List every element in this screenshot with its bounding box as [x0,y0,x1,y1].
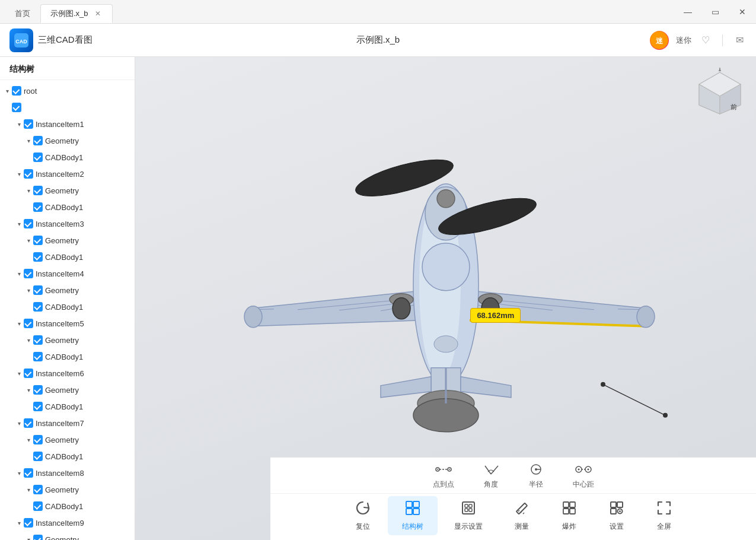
radius-tool[interactable]: 半径 [516,461,556,492]
ii8-checkbox[interactable] [24,468,33,478]
root-checkbox[interactable] [12,86,21,96]
geo7-checkbox[interactable] [33,435,43,444]
geo9-label: Geometry [45,535,79,541]
tree-item-body2[interactable]: CADBody1 [0,199,135,215]
ii2-checkbox[interactable] [24,169,33,179]
tree-item-body7[interactable]: CADBody1 [0,448,135,465]
tree-item-ii2[interactable]: ▾ InstanceItem2 [0,166,135,182]
ii7-checkbox[interactable] [24,418,33,428]
body6-label: CADBody1 [45,402,83,411]
body8-label: CADBody1 [45,502,83,511]
body3-checkbox[interactable] [33,252,43,262]
tree-item-geo8[interactable]: ▾ Geometry [0,481,135,498]
geo8-checkbox[interactable] [33,485,43,494]
main-layout: 结构树 ▾ root ▾ InstanceItem1 [0,57,756,540]
geo5-checkbox[interactable] [33,335,43,345]
navigation-cube[interactable]: 前 ▲ [693,66,747,120]
body5-checkbox[interactable] [33,352,43,361]
maximize-button[interactable]: ▭ [701,0,729,24]
angle-label: 角度 [484,479,498,490]
tree-item-geo7[interactable]: ▾ Geometry [0,431,135,448]
tree-item-body8[interactable]: CADBody1 [0,498,135,514]
angle-icon [483,463,499,478]
home-tab-label: 首页 [15,8,30,19]
tab-close-button[interactable]: ✕ [93,9,103,18]
explode-button[interactable]: 爆炸 [547,496,592,535]
body5-label: CADBody1 [45,352,83,361]
structure-tree-button[interactable]: 结构树 [388,496,438,535]
tree-item-ii3[interactable]: ▾ InstanceItem3 [0,215,135,232]
tree-item-level1[interactable] [0,99,135,116]
geo9-chevron: ▾ [24,535,33,540]
tree-item-geo9[interactable]: ▾ Geometry [0,531,135,540]
svg-point-44 [449,469,450,470]
tree-item-geo3[interactable]: ▾ Geometry [0,232,135,249]
tree-item-geo6[interactable]: ▾ Geometry [0,382,135,398]
tree-item-geo5[interactable]: ▾ Geometry [0,332,135,348]
angle-tool[interactable]: 角度 [471,461,511,492]
point-to-point-icon [435,463,452,478]
geo4-checkbox[interactable] [33,285,43,295]
3d-viewport[interactable]: 68.162mm 前 ▲ [135,57,756,540]
tree-item-geo1[interactable]: ▾ Geometry [0,132,135,149]
svg-text:迷: 迷 [656,37,664,45]
ii3-checkbox[interactable] [24,219,33,228]
header-title: 示例图.x_b [128,34,628,46]
tree-item-body5[interactable]: CADBody1 [0,348,135,365]
tree-item-body6[interactable]: CADBody1 [0,398,135,415]
ii1-checkbox[interactable] [24,119,33,129]
tree-item-ii9[interactable]: ▾ InstanceItem9 [0,514,135,531]
tree-item-ii7[interactable]: ▾ InstanceItem7 [0,415,135,431]
minimize-button[interactable]: — [674,0,701,24]
geo3-checkbox[interactable] [33,236,43,245]
tab-home[interactable]: 首页 [5,4,40,23]
heart-icon[interactable]: ♡ [698,33,713,47]
tree-item-root[interactable]: ▾ root [0,82,135,99]
reset-button[interactable]: 复位 [340,496,385,535]
tree-item-geo4[interactable]: ▾ Geometry [0,282,135,298]
close-button[interactable]: ✕ [729,0,756,24]
body2-checkbox[interactable] [33,202,43,212]
point-to-point-tool[interactable]: 点到点 [421,461,466,492]
geo2-checkbox[interactable] [33,186,43,195]
geo9-checkbox[interactable] [33,535,43,540]
root-chevron: ▾ [2,86,12,96]
geo1-checkbox[interactable] [33,136,43,145]
fullscreen-button[interactable]: 全屏 [642,496,687,535]
tree-item-ii4[interactable]: ▾ InstanceItem4 [0,265,135,282]
tree-item-body3[interactable]: CADBody1 [0,249,135,265]
body1-label: CADBody1 [45,153,83,162]
svg-text:▲: ▲ [717,67,722,72]
ii1-chevron: ▾ [14,119,24,129]
tree-item-ii5[interactable]: ▾ InstanceItem5 [0,315,135,332]
tab-file[interactable]: 示例图.x_b ✕ [40,4,113,23]
body4-checkbox[interactable] [33,302,43,312]
tree-item-body1[interactable]: CADBody1 [0,149,135,166]
ii2-chevron: ▾ [14,169,24,179]
ii5-label: InstanceItem5 [36,319,84,328]
mail-icon[interactable]: ✉ [732,33,747,47]
svg-point-41 [437,469,438,470]
body1-checkbox[interactable] [33,153,43,162]
ii4-checkbox[interactable] [24,269,33,278]
tree-item-ii1[interactable]: ▾ InstanceItem1 [0,116,135,132]
tree-item-body4[interactable]: CADBody1 [0,298,135,315]
svg-point-31 [434,336,458,352]
measure-button[interactable]: 测量 [499,496,544,535]
tree-item-geo2[interactable]: ▾ Geometry [0,182,135,199]
ii5-checkbox[interactable] [24,319,33,328]
body8-checkbox[interactable] [33,501,43,511]
ii9-checkbox[interactable] [24,518,33,528]
sidebar-title: 结构树 [0,57,135,80]
tree-item-ii8[interactable]: ▾ InstanceItem8 [0,465,135,481]
center-distance-tool[interactable]: 中心距 [561,461,606,492]
display-settings-button[interactable]: 显示设置 [440,496,497,535]
geo6-checkbox[interactable] [33,385,43,395]
measure-sub-toolbar: 点到点 角度 [270,458,756,494]
ii6-checkbox[interactable] [24,369,33,378]
tree-item-ii6[interactable]: ▾ InstanceItem6 [0,365,135,382]
body6-checkbox[interactable] [33,402,43,411]
level1-checkbox[interactable] [12,103,21,112]
settings-button[interactable]: 设置 [594,496,639,535]
body7-checkbox[interactable] [33,452,43,461]
